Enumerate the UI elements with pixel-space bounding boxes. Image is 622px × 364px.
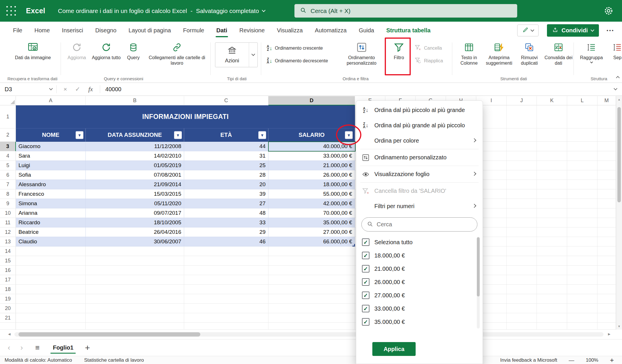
- chevron-down-icon[interactable]: [262, 8, 266, 12]
- cell-B7[interactable]: 21/09/2014: [86, 180, 184, 189]
- cell-C9[interactable]: 27: [184, 199, 268, 208]
- rimuovi-duplicati-button[interactable]: Rimuovi duplicati: [515, 41, 544, 66]
- cell-B[interactable]: [86, 266, 184, 275]
- cell-B13[interactable]: 30/06/2007: [86, 237, 184, 247]
- row-header-11[interactable]: 11: [0, 218, 16, 227]
- cell-M[interactable]: [597, 189, 616, 199]
- cell-M[interactable]: [597, 247, 616, 256]
- filter-value-item[interactable]: ✓ 18.000,00 €: [356, 249, 483, 262]
- document-title[interactable]: Come ordinare i dati in un foglio di cal…: [58, 8, 265, 14]
- testo-in-colonne-button[interactable]: Testo in Colonne: [455, 41, 483, 66]
- cell-B9[interactable]: 05/11/2020: [86, 199, 184, 208]
- row-header-18[interactable]: 18: [0, 285, 16, 294]
- filter-value-item[interactable]: ✓ 35.000,00 €: [356, 315, 483, 328]
- cell-B8[interactable]: 15/03/2015: [86, 189, 184, 199]
- cell-D10[interactable]: 70.000,00 €: [268, 208, 355, 218]
- row-header-17[interactable]: 17: [0, 275, 16, 285]
- cell-K[interactable]: [537, 285, 567, 294]
- cell-M[interactable]: [597, 256, 616, 266]
- row-header-4[interactable]: 4: [0, 151, 16, 161]
- cell-K[interactable]: [537, 151, 567, 161]
- checkbox-checked-icon[interactable]: ✓: [362, 278, 369, 286]
- cell-M[interactable]: [597, 170, 616, 180]
- cell-D[interactable]: [268, 323, 355, 330]
- cell-L[interactable]: [567, 313, 597, 323]
- cell-K[interactable]: [537, 142, 567, 151]
- cell-K[interactable]: [537, 227, 567, 237]
- cell-A[interactable]: [16, 285, 86, 294]
- cell-J[interactable]: [507, 294, 537, 304]
- cell-D8[interactable]: 55.000,00 €: [268, 189, 355, 199]
- cell-B4[interactable]: 14/02/2010: [86, 151, 184, 161]
- checkbox-checked-icon[interactable]: ✓: [362, 318, 369, 326]
- cell-K[interactable]: [537, 266, 567, 275]
- cell-K[interactable]: [537, 275, 567, 285]
- tab-guida[interactable]: Guida: [353, 22, 380, 39]
- cell-D[interactable]: [268, 313, 355, 323]
- filter-search-box[interactable]: [361, 217, 477, 232]
- column-header-D[interactable]: D: [268, 96, 355, 105]
- cell-A[interactable]: [16, 275, 86, 285]
- checkbox-checked-icon[interactable]: ✓: [362, 252, 369, 259]
- cell-B[interactable]: [86, 256, 184, 266]
- filter-value-select-all[interactable]: ✓ Seleziona tutto: [356, 236, 483, 249]
- scroll-down-icon[interactable]: ▼: [616, 325, 622, 328]
- table-title-cell[interactable]: INFORMAZIONI IMPIEGATI: [16, 105, 355, 128]
- cell-L[interactable]: [567, 237, 597, 247]
- cell-B11[interactable]: 18/10/2005: [86, 218, 184, 227]
- tab-layout-di-pagina[interactable]: Layout di pagina: [122, 22, 177, 39]
- riapplica-button[interactable]: Riapplica: [414, 56, 443, 66]
- cell-A4[interactable]: Sara: [16, 151, 86, 161]
- query-button[interactable]: Query: [123, 41, 144, 61]
- cell-K[interactable]: [537, 218, 567, 227]
- cell-B[interactable]: [86, 294, 184, 304]
- cell-B[interactable]: [86, 304, 184, 313]
- checkbox-checked-icon[interactable]: ✓: [362, 305, 369, 312]
- cell-K[interactable]: [537, 304, 567, 313]
- checkbox-checked-icon[interactable]: ✓: [362, 292, 369, 299]
- filter-button-data-assunzione[interactable]: ▾: [174, 131, 182, 139]
- cell-M[interactable]: [597, 323, 616, 330]
- cell-B[interactable]: [86, 323, 184, 330]
- filtro-button[interactable]: Filtro: [387, 41, 410, 61]
- cell-K[interactable]: [537, 294, 567, 304]
- cell-A10[interactable]: Arianna: [16, 208, 86, 218]
- cell-A[interactable]: [16, 313, 86, 323]
- cell-M[interactable]: [597, 142, 616, 151]
- tab-inserisci[interactable]: Inserisci: [56, 22, 89, 39]
- cell-C8[interactable]: 39: [184, 189, 268, 199]
- collapse-ribbon-icon[interactable]: [617, 75, 619, 80]
- sheet-tab-foglio1[interactable]: Foglio1: [48, 339, 78, 356]
- row-header-2[interactable]: 2: [0, 128, 16, 142]
- menu-item-sheet-view[interactable]: Visualizzazione foglio: [356, 167, 483, 182]
- cell-D5[interactable]: 21.000,00 €: [268, 161, 355, 170]
- row-header-16[interactable]: 16: [0, 266, 16, 275]
- cell-L[interactable]: [567, 227, 597, 237]
- cell-D[interactable]: [268, 275, 355, 285]
- table-resize-handle[interactable]: [352, 244, 355, 247]
- cell-A[interactable]: [16, 266, 86, 275]
- tab-automatizza[interactable]: Automatizza: [309, 22, 353, 39]
- cell-C[interactable]: [184, 247, 268, 256]
- cell-A13[interactable]: Claudio: [16, 237, 86, 247]
- cell-C5[interactable]: 25: [184, 161, 268, 170]
- menu-item-custom-sort[interactable]: Ordinamento personalizzato: [356, 150, 483, 165]
- editing-mode-button[interactable]: [517, 25, 539, 36]
- row-header-12[interactable]: 12: [0, 227, 16, 237]
- cell-M[interactable]: [597, 266, 616, 275]
- cell-C[interactable]: [184, 266, 268, 275]
- cell-K[interactable]: [537, 170, 567, 180]
- column-header-M[interactable]: M: [597, 96, 616, 105]
- more-options-button[interactable]: •••: [604, 26, 617, 35]
- expand-formula-bar-icon[interactable]: [614, 87, 617, 90]
- cell-M[interactable]: [597, 180, 616, 189]
- cell-J[interactable]: [507, 199, 537, 208]
- settings-gear-icon[interactable]: [604, 6, 613, 17]
- ordinamento-crescente-button[interactable]: AZ↓ Ordinamento crescente: [267, 43, 323, 53]
- filter-value-item[interactable]: ✓ 33.000,00 €: [356, 302, 483, 315]
- cell-A8[interactable]: Francesco: [16, 189, 86, 199]
- cell-D4[interactable]: 33.000,00 €: [268, 151, 355, 161]
- menu-item-clear-filter[interactable]: Cancella filtro da 'SALARIO': [356, 183, 483, 199]
- column-header-B[interactable]: B: [86, 96, 184, 105]
- cell-B[interactable]: [86, 247, 184, 256]
